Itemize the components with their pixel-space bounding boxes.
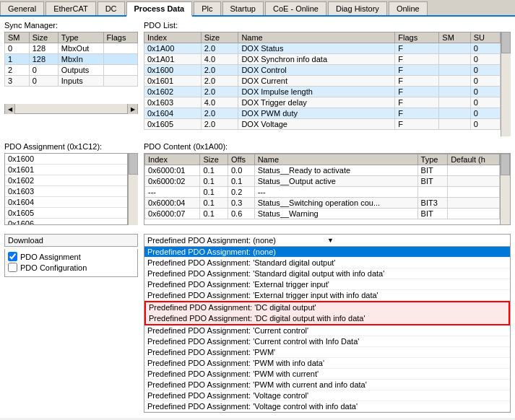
sm-row[interactable]: 20Outputs [5, 65, 138, 76]
pdo-assignment-item[interactable]: 0x1603 [5, 186, 127, 197]
predefined-option[interactable]: Predefined PDO Assignment: 'DC digital o… [146, 302, 508, 313]
pdo-content-scroll-thumb[interactable] [501, 154, 510, 175]
tab-general[interactable]: General [0, 1, 44, 15]
pdo-list-row[interactable]: 0x1A014.0DOX Synchron info dataF0 [144, 54, 501, 65]
pdo-list-vscrollbar[interactable] [501, 32, 511, 136]
pdo-list-table: IndexSizeNameFlagsSMSU0x1A002.0DOX Statu… [144, 32, 501, 130]
sync-manager-panel: Sync Manager: SMSizeTypeFlags0128MbxOut1… [4, 21, 138, 136]
pdo-list-panel: PDO List: IndexSizeNameFlagsSMSU0x1A002.… [144, 21, 511, 136]
tab-online[interactable]: Online [389, 1, 428, 15]
predefined-option[interactable]: Predefined PDO Assignment: 'Standard dig… [144, 268, 510, 279]
pdo-assignment-vscrollbar[interactable] [128, 153, 138, 225]
predefined-option[interactable]: Predefined PDO Assignment: 'Voltage cont… [144, 390, 510, 401]
pdo-content-row[interactable]: 0x6000:070.10.6Status__WarningBIT [145, 209, 500, 219]
sm-scroll-right[interactable]: ▶ [127, 104, 137, 114]
predefined-option[interactable]: Predefined PDO Assignment: 'Current cont… [144, 325, 510, 336]
top-row: Sync Manager: SMSizeTypeFlags0128MbxOut1… [4, 21, 511, 136]
download-item: PDO Configuration [8, 263, 134, 272]
sm-col-size: Size [29, 32, 58, 43]
middle-row: PDO Assignment (0x1C12): 0x16000x16010x1… [4, 142, 511, 225]
download-section: Download PDO AssignmentPDO Configuration [4, 234, 138, 277]
predefined-dropdown-bar[interactable]: Predefined PDO Assignment: (none) ▼ [144, 234, 511, 247]
pdo-assignment-item[interactable]: 0x1602 [5, 175, 127, 186]
predefined-option[interactable]: Predefined PDO Assignment: 'DC digital o… [146, 313, 508, 324]
pdo-assignment-item[interactable]: 0x1605 [5, 208, 127, 219]
tab-process-data[interactable]: Process Data [126, 1, 193, 17]
sync-manager-table-area: SMSizeTypeFlags0128MbxOut1128MbxIn20Outp… [4, 32, 138, 104]
pdo-list-label: PDO List: [144, 21, 511, 30]
pdo-list-col-index: Index [144, 32, 202, 43]
pdo-list-row[interactable]: 0x1A002.0DOX StatusF0 [144, 43, 501, 54]
tab-plc[interactable]: Plc [194, 1, 220, 15]
pdo-list-col-size: Size [201, 32, 238, 43]
pdo-assignment-panel: PDO Assignment (0x1C12): 0x16000x16010x1… [4, 142, 138, 225]
sm-scroll-left[interactable]: ◀ [5, 104, 15, 114]
pdo-list-row[interactable]: 0x16012.0DOX CurrentF0 [144, 76, 501, 87]
tab-coe---online[interactable]: CoE - Online [265, 1, 326, 15]
pdo-assignment-label: PDO Assignment (0x1C12): [4, 142, 138, 151]
predefined-option[interactable]: Predefined PDO Assignment: 'PWM with cur… [144, 380, 510, 390]
sm-row[interactable]: 0128MbxOut [5, 43, 138, 54]
predefined-option[interactable]: Predefined PDO Assignment: 'External tri… [144, 279, 510, 290]
predefined-section: Predefined PDO Assignment: (none) ▼ Pred… [144, 234, 511, 413]
tab-bar: GeneralEtherCATDCProcess DataPlcStartupC… [0, 0, 515, 17]
pdo-list-col-su: SU [470, 32, 500, 43]
download-label: Download [4, 234, 138, 247]
pdo-list-row[interactable]: 0x16022.0DOX Impulse lengthF0 [144, 87, 501, 97]
sm-row[interactable]: 1128MbxIn [5, 54, 138, 65]
sm-col-flags: Flags [103, 32, 137, 43]
pdo-content-col: Offs [228, 154, 254, 165]
pdo-assignment-item[interactable]: 0x1600 [5, 154, 127, 165]
pdo-assignment-item[interactable]: 0x1601 [5, 165, 127, 175]
pdo-list-scroll-area: IndexSizeNameFlagsSMSU0x1A002.0DOX Statu… [144, 32, 511, 136]
predefined-arrow-icon: ▼ [327, 237, 507, 244]
predefined-current-value: Predefined PDO Assignment: (none) [147, 236, 327, 245]
pdo-content-col: Index [145, 154, 200, 165]
tab-startup[interactable]: Startup [222, 1, 264, 15]
pdo-list-col-name: Name [238, 32, 395, 43]
pdo-list-col-flags: Flags [395, 32, 439, 43]
sm-row[interactable]: 30Inputs [5, 76, 138, 87]
sm-col-type: Type [58, 32, 103, 43]
pdo-list-row[interactable]: 0x16042.0DOX PWM dutyF0 [144, 108, 501, 119]
pdo-content-col: Name [254, 154, 417, 165]
predefined-option[interactable]: Predefined PDO Assignment: 'External tri… [144, 290, 510, 301]
download-item-label: PDO Assignment [20, 253, 81, 261]
predefined-option[interactable]: Predefined PDO Assignment: 'Current cont… [144, 336, 510, 347]
pdo-content-label: PDO Content (0x1A00): [144, 142, 511, 151]
predefined-option[interactable]: Predefined PDO Assignment: 'PWM' [144, 347, 510, 358]
download-checkbox[interactable] [8, 263, 17, 272]
pdo-list-row[interactable]: 0x16034.0DOX Trigger delayF0 [144, 97, 501, 108]
sm-hscrollbar[interactable]: ◀ ▶ [4, 104, 138, 114]
download-item-label: PDO Configuration [20, 263, 87, 272]
tab-dc[interactable]: DC [98, 1, 125, 15]
pdo-list-scroll-thumb[interactable] [501, 32, 511, 53]
pdo-assignment-list[interactable]: 0x16000x16010x16020x16030x16040x16050x16… [4, 153, 128, 225]
pdo-content-row[interactable]: 0x6000:010.10.0Status__Ready to activate… [145, 165, 500, 176]
predefined-option[interactable]: Predefined PDO Assignment: 'PWM with cur… [144, 369, 510, 380]
pdo-list-col-sm: SM [439, 32, 470, 43]
predefined-option[interactable]: Predefined PDO Assignment: 'Voltage cont… [144, 401, 510, 412]
predefined-option[interactable]: Predefined PDO Assignment: (none) [144, 247, 510, 258]
tab-diag-history[interactable]: Diag History [328, 1, 387, 15]
predefined-list[interactable]: Predefined PDO Assignment: (none)Predefi… [144, 247, 511, 413]
predefined-option[interactable]: Predefined PDO Assignment: 'PWM with inf… [144, 358, 510, 369]
bottom-row: Download PDO AssignmentPDO Configuration… [4, 229, 511, 414]
sync-manager-label: Sync Manager: [4, 21, 138, 30]
pdo-content-row[interactable]: 0x6000:040.10.3Status__Switching operati… [145, 198, 500, 209]
pdo-assignment-scroll-thumb[interactable] [129, 153, 138, 175]
predefined-option[interactable]: Predefined PDO Assignment: 'Standard dig… [144, 258, 510, 268]
sm-col-sm: SM [5, 32, 30, 43]
pdo-assignment-item[interactable]: 0x1604 [5, 197, 127, 208]
pdo-content-row[interactable]: ---0.10.2--- [145, 187, 500, 198]
pdo-content-row[interactable]: 0x6000:020.10.1Status__Output activeBIT [145, 176, 500, 187]
pdo-assignment-item[interactable]: 0x1606 [5, 219, 127, 225]
pdo-content-table: IndexSizeOffsNameTypeDefault (h0x6000:01… [144, 154, 500, 219]
download-checkbox[interactable] [8, 252, 17, 261]
pdo-content-vscrollbar[interactable] [500, 154, 510, 225]
tab-ethercat[interactable]: EtherCAT [46, 1, 95, 15]
pdo-content-col: Type [417, 154, 448, 165]
pdo-list-row[interactable]: 0x16052.0DOX VoltageF0 [144, 119, 501, 130]
pdo-list-row[interactable]: 0x16002.0DOX ControlF0 [144, 65, 501, 76]
download-items: PDO AssignmentPDO Configuration [4, 249, 138, 277]
